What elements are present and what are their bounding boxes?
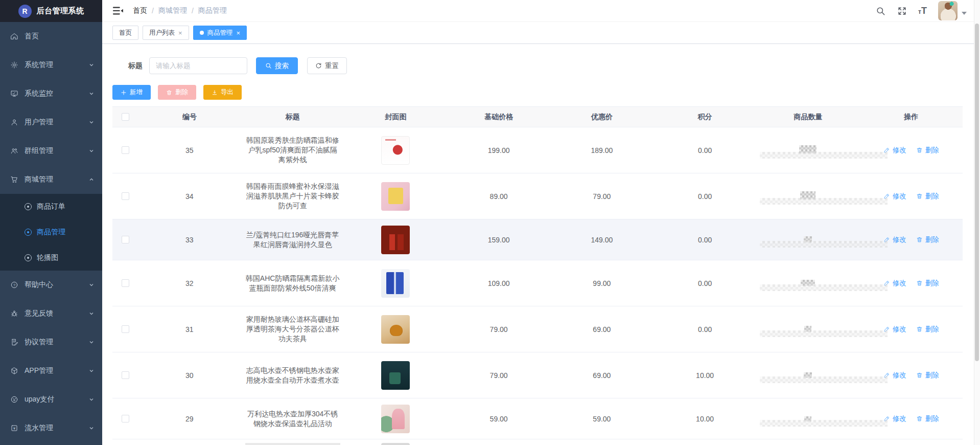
row-id: 33 <box>138 236 241 244</box>
sidebar-toggle-icon[interactable] <box>112 6 124 15</box>
table-header: 编号 标题 封面图 基础价格 优惠价 积分 商品数量 操作 <box>112 106 963 127</box>
discount-price: 99.00 <box>550 279 654 287</box>
sidebar-item-home[interactable]: 首页 <box>0 22 102 51</box>
chevron-down-icon <box>962 12 967 15</box>
censored-quantity <box>804 416 811 421</box>
navbar-actions <box>875 1 967 20</box>
product-cover-image <box>381 226 410 254</box>
delete-link[interactable]: 删除 <box>916 414 939 424</box>
sidebar-item-label: 商品管理 <box>37 228 65 237</box>
clipped-title <box>245 443 340 445</box>
scrollbar-thumb[interactable] <box>975 24 979 361</box>
help-icon: ? <box>10 281 18 289</box>
fullscreen-icon[interactable] <box>897 6 907 16</box>
home-icon <box>10 32 18 40</box>
breadcrumb-mall[interactable]: 商城管理 <box>158 6 187 15</box>
table-row: 34 韩国春雨面膜蜂蜜补水保湿滋润滋养肌肤黑卢十片装卡蜂胶防伪可查 89.00 … <box>112 173 963 219</box>
sidebar-item-label: 商城管理 <box>25 175 89 184</box>
close-icon[interactable] <box>237 30 241 36</box>
sidebar-item-mall-mgmt[interactable]: 商城管理 <box>0 165 102 194</box>
tab-product-mgmt[interactable]: 商品管理 <box>193 26 247 40</box>
breadcrumb: 首页 / 商城管理 / 商品管理 <box>133 6 227 15</box>
delete-link[interactable]: 删除 <box>916 325 939 334</box>
base-price: 199.00 <box>447 146 550 154</box>
delete-link[interactable]: 删除 <box>916 192 939 201</box>
product-title: 万利达电热水壶加厚304不锈钢烧水壶保温壶礼品活动 <box>245 409 340 429</box>
delete-button[interactable]: 删除 <box>158 85 196 100</box>
col-id: 编号 <box>138 113 241 122</box>
top-navbar: 首页 / 商城管理 / 商品管理 <box>102 0 980 22</box>
breadcrumb-home[interactable]: 首页 <box>133 6 147 15</box>
sidebar-item-label: 用户管理 <box>25 118 89 127</box>
sidebar-item-user-mgmt[interactable]: 用户管理 <box>0 108 102 137</box>
delete-link[interactable]: 删除 <box>916 146 939 155</box>
export-button-label: 导出 <box>221 88 234 97</box>
user-icon <box>10 118 18 126</box>
export-button[interactable]: 导出 <box>203 85 242 100</box>
product-cover-image <box>381 136 410 165</box>
select-all-checkbox[interactable] <box>122 113 129 121</box>
row-id: 34 <box>138 192 241 201</box>
discount-price: 69.00 <box>550 325 654 333</box>
avatar[interactable] <box>938 1 958 20</box>
search-button[interactable]: 搜索 <box>256 57 298 74</box>
base-price: 109.00 <box>447 279 550 287</box>
points: 0.00 <box>654 279 757 287</box>
row-checkbox[interactable] <box>122 415 129 422</box>
row-checkbox[interactable] <box>122 325 129 333</box>
tab-home[interactable]: 首页 <box>112 26 138 40</box>
products-table: 编号 标题 封面图 基础价格 优惠价 积分 商品数量 操作 35 韩国原装秀肤生… <box>112 106 963 445</box>
col-discount-price: 优惠价 <box>550 113 654 122</box>
table-toolbar: 新增 删除 导出 <box>112 85 963 100</box>
table-row: 35 韩国原装秀肤生防晒霜温和修户乳spf50清爽面部不油腻隔离紫外线 199.… <box>112 127 963 173</box>
delete-link[interactable]: 删除 <box>916 371 939 380</box>
tab-user-list[interactable]: 用户列表 <box>143 26 189 40</box>
product-cover-image <box>381 182 410 211</box>
censored-quantity <box>799 145 816 153</box>
sidebar-item-app-mgmt[interactable]: APP管理 <box>0 357 102 385</box>
row-checkbox[interactable] <box>122 279 129 287</box>
breadcrumb-separator: / <box>192 7 194 15</box>
search-icon[interactable] <box>875 6 885 16</box>
delete-link[interactable]: 删除 <box>916 279 939 288</box>
product-cover-image <box>381 405 410 433</box>
sidebar-item-help-center[interactable]: ? 帮助中心 <box>0 271 102 299</box>
sidebar-item-carousel[interactable]: 轮播图 <box>0 245 102 271</box>
discount-price: 59.00 <box>550 415 654 423</box>
sidebar-item-label: 轮播图 <box>37 253 58 262</box>
tab-label: 首页 <box>119 29 132 37</box>
sidebar-item-label: 意见反馈 <box>25 309 89 318</box>
delete-link[interactable]: 删除 <box>916 235 939 244</box>
sidebar-item-label: 协议管理 <box>25 338 89 347</box>
row-checkbox[interactable] <box>122 192 129 200</box>
sidebar-item-flow-mgmt[interactable]: ¥ 流水管理 <box>0 414 102 442</box>
sidebar-item-system-mgmt[interactable]: 系统管理 <box>0 51 102 79</box>
font-size-icon[interactable] <box>918 6 927 15</box>
user-menu[interactable] <box>938 1 967 20</box>
add-button[interactable]: 新增 <box>112 85 151 100</box>
table-row: 33 兰/蔻菁纯口红196哑光唇膏苹果红润唇膏滋润持久显色 159.00 149… <box>112 219 963 260</box>
sidebar-item-feedback[interactable]: 意见反馈 <box>0 299 102 328</box>
circle-dot-icon <box>25 254 32 261</box>
sidebar-item-agreement-mgmt[interactable]: 协议管理 <box>0 328 102 357</box>
title-filter-input[interactable] <box>149 57 247 74</box>
row-id: 30 <box>138 371 241 380</box>
sidebar-item-product-mgmt[interactable]: 商品管理 <box>0 219 102 245</box>
row-checkbox[interactable] <box>122 146 129 154</box>
row-checkbox[interactable] <box>122 371 129 379</box>
sidebar-item-upay[interactable]: upay支付 <box>0 385 102 414</box>
product-cover-image <box>381 315 410 344</box>
col-base-price: 基础价格 <box>447 113 550 122</box>
app-window: R 后台管理系统 首页 系统管理 系统监控 <box>0 0 980 445</box>
row-checkbox[interactable] <box>122 236 129 243</box>
title-filter-label: 标题 <box>128 61 143 71</box>
sidebar-item-system-monitor[interactable]: 系统监控 <box>0 79 102 108</box>
group-icon <box>10 147 18 155</box>
sidebar-item-group-mgmt[interactable]: 群组管理 <box>0 137 102 165</box>
money-icon: ¥ <box>10 424 18 432</box>
reset-button[interactable]: 重置 <box>307 57 347 74</box>
close-icon[interactable] <box>178 30 182 36</box>
sidebar-item-product-orders[interactable]: 商品订单 <box>0 194 102 219</box>
active-dot-icon <box>200 31 204 35</box>
sidebar-item-label: 系统监控 <box>25 89 89 98</box>
